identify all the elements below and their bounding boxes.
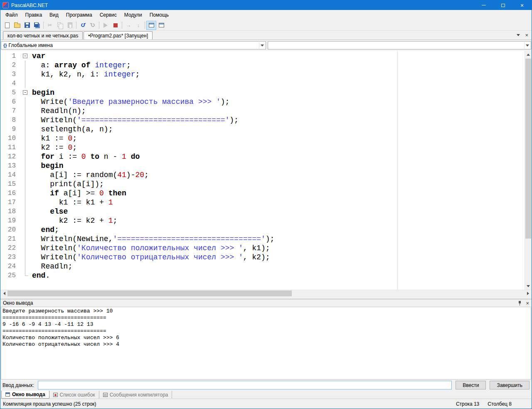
code-line[interactable]: 25end. — [0, 271, 525, 280]
bottom-tab[interactable]: Окно вывода — [1, 391, 49, 399]
scope-combobox[interactable]: {} Глобальные имена — [1, 41, 266, 49]
code-text: k1 := 0; — [32, 134, 77, 143]
fold-margin — [19, 234, 32, 244]
code-line[interactable]: 22 Writeln('Количество положительных чис… — [0, 244, 525, 253]
code-line[interactable]: 3 k1, k2, n, i: integer; — [0, 70, 525, 79]
code-line[interactable]: 14 a[i] := random(41)-20; — [0, 170, 525, 180]
horizontal-scrollbar[interactable] — [0, 290, 532, 297]
data-input[interactable] — [38, 381, 452, 389]
output-text[interactable]: Введите размерность массива >>> 10======… — [1, 307, 531, 379]
toolbar-separator — [145, 22, 145, 29]
code-line[interactable]: 17 k1 := k1 + 1 — [0, 198, 525, 207]
code-line[interactable]: 16 if a[i] >= 0 then — [0, 189, 525, 198]
bottom-tab[interactable]: Список ошибок — [49, 391, 99, 399]
fold-margin — [19, 216, 32, 225]
maximize-button[interactable] — [493, 0, 512, 10]
copy-button[interactable] — [55, 21, 65, 30]
code-line[interactable]: 4 — [0, 79, 525, 88]
scroll-down-arrow[interactable] — [525, 283, 532, 290]
code-line[interactable]: 6 Write('Введите размерность массива >>>… — [0, 97, 525, 106]
code-editor[interactable]: 1-var2 a: array of integer;3 k1, k2, n, … — [0, 51, 525, 290]
save-icon — [25, 22, 30, 28]
step-into-button[interactable]: ↓ — [133, 21, 143, 30]
braces-icon: {} — [3, 43, 7, 48]
maximize-icon — [501, 4, 505, 7]
code-text: a[i] := random(41)-20; — [32, 170, 149, 180]
menu-item[interactable]: Помощь — [146, 10, 172, 20]
pin-icon[interactable] — [518, 301, 522, 306]
code-line[interactable]: 20 end; — [0, 225, 525, 234]
vertical-scrollbar[interactable] — [525, 51, 532, 290]
code-line[interactable]: 7 Readln(n); — [0, 106, 525, 116]
paste-button[interactable] — [65, 21, 75, 30]
new-file-button[interactable] — [2, 21, 12, 30]
code-line[interactable]: 13 begin — [0, 161, 525, 170]
code-line[interactable]: 21 Writeln(NewLine,'====================… — [0, 234, 525, 244]
minimize-button[interactable] — [474, 0, 493, 10]
code-line[interactable]: 19 k2 := k2 + 1; — [0, 216, 525, 225]
menu-item[interactable]: Модули — [121, 10, 146, 20]
bottom-tab-strip: Окно выводаСписок ошибокСообщения компил… — [0, 391, 532, 399]
save-all-button[interactable] — [32, 21, 42, 30]
cut-icon: ✂ — [48, 22, 52, 28]
chevron-down-icon[interactable] — [259, 42, 265, 49]
tab-close-icon[interactable]: × — [525, 32, 528, 38]
step-over-button[interactable]: → — [123, 21, 133, 30]
output-panel-header-icons: × — [518, 301, 529, 306]
vertical-scroll-track[interactable] — [525, 58, 532, 283]
scroll-right-arrow[interactable] — [525, 290, 532, 297]
scope-combobox-value: Глобальные имена — [9, 42, 53, 48]
fold-toggle-icon[interactable]: - — [23, 54, 27, 58]
document-tab[interactable]: кол-во четных и не четных.pas — [3, 31, 83, 39]
code-line[interactable]: 11 k2 := 0; — [0, 143, 525, 152]
code-line[interactable]: 10 k1 := 0; — [0, 134, 525, 143]
code-line[interactable]: 12 for i := 0 to n - 1 do — [0, 152, 525, 161]
menu-item[interactable]: Вид — [46, 10, 62, 20]
chevron-down-icon[interactable] — [524, 42, 530, 49]
document-tab[interactable]: •Program2.pas* [Запущен] — [84, 31, 153, 39]
code-line[interactable]: 23 Writeln('Количество отрицательных чис… — [0, 253, 525, 262]
debug-window-toggle-button[interactable] — [156, 21, 166, 30]
menu-item[interactable]: Сервис — [96, 10, 121, 20]
horizontal-scroll-thumb[interactable] — [7, 291, 292, 296]
output-line: Количество положительных чисел >>> 6 — [2, 335, 530, 341]
line-number: 5 — [0, 88, 19, 97]
member-combobox[interactable] — [268, 41, 531, 49]
cut-button[interactable]: ✂ — [45, 21, 55, 30]
close-button[interactable]: × — [512, 0, 532, 10]
code-line[interactable]: 15 print(a[i]); — [0, 180, 525, 189]
redo-button[interactable] — [88, 21, 98, 30]
fold-margin — [19, 152, 32, 161]
open-file-button[interactable] — [12, 21, 22, 30]
run-button[interactable] — [101, 21, 111, 30]
code-text: Writeln('Количество отрицательных чисел … — [32, 253, 270, 262]
code-text: Readln; — [32, 262, 72, 271]
tab-list-dropdown-icon[interactable] — [517, 34, 520, 38]
save-button[interactable] — [22, 21, 32, 30]
output-window-toggle-button[interactable] — [146, 21, 156, 30]
stop-button[interactable] — [111, 21, 121, 30]
undo-button[interactable] — [78, 21, 88, 30]
bottom-tab[interactable]: Сообщения компилятора — [99, 391, 172, 399]
output-close-icon[interactable]: × — [526, 301, 529, 306]
code-line[interactable]: 18 else — [0, 207, 525, 216]
enter-button[interactable]: Ввести — [456, 381, 486, 389]
scroll-left-arrow[interactable] — [0, 290, 7, 297]
code-line[interactable]: 9 setlength(a, n); — [0, 125, 525, 134]
code-line[interactable]: 2 a: array of integer; — [0, 61, 525, 70]
scroll-up-arrow[interactable] — [525, 51, 532, 58]
line-number: 10 — [0, 134, 19, 143]
code-line[interactable]: 24 Readln; — [0, 262, 525, 271]
code-line[interactable]: 1-var — [0, 52, 525, 61]
menu-item[interactable]: Программа — [62, 10, 96, 20]
bottom-tab-label: Список ошибок — [60, 392, 95, 398]
code-text: end; — [32, 225, 59, 234]
code-line[interactable]: 8 Writeln('=============================… — [0, 116, 525, 125]
horizontal-scroll-track[interactable] — [7, 290, 525, 297]
menu-item[interactable]: Файл — [2, 10, 22, 20]
vertical-scroll-thumb[interactable] — [525, 59, 531, 239]
code-line[interactable]: 5-begin — [0, 88, 525, 97]
menu-item[interactable]: Правка — [22, 10, 46, 20]
terminate-button[interactable]: Завершить — [490, 381, 530, 389]
fold-toggle-icon[interactable]: - — [23, 90, 27, 95]
